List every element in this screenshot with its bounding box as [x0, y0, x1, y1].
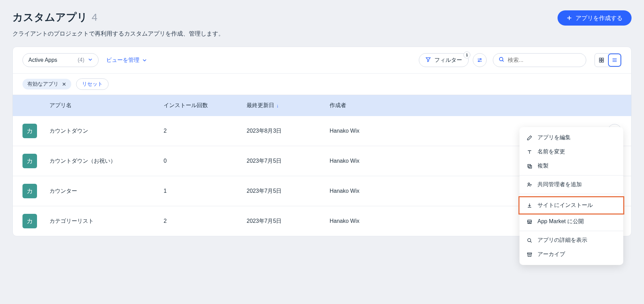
sort-desc-icon: ↓ [276, 103, 279, 108]
search-icon [499, 57, 504, 64]
page-subtitle: クライアントのプロジェクトで再利用するカスタムアプリを作成、管理します。 [12, 30, 632, 38]
menu-details[interactable]: アプリの詳細を表示 [519, 233, 623, 247]
menu-archive[interactable]: アーカイブ [519, 247, 623, 262]
archive-icon [526, 251, 533, 258]
menu-divider [519, 231, 623, 231]
page-title-count: 4 [92, 11, 98, 23]
menu-label: アーカイブ [537, 251, 565, 258]
chevron-down-icon [88, 57, 93, 63]
search-input[interactable] [508, 57, 580, 63]
cell-installs: 0 [164, 158, 247, 164]
view-dropdown[interactable]: Active Apps (4) [22, 53, 99, 67]
svg-rect-2 [602, 58, 604, 60]
menu-add-collaborator[interactable]: 共同管理者を追加 [519, 178, 623, 192]
cell-app-name: カウントダウン [49, 127, 164, 135]
cell-app-name: カテゴリーリスト [49, 218, 164, 225]
create-app-button[interactable]: アプリを作成する [558, 10, 632, 26]
cell-author: Hanako Wix [330, 188, 468, 194]
list-view-toggle[interactable] [608, 54, 621, 67]
cell-updated: 2023年7月5日 [247, 158, 330, 165]
table-header: アプリ名 インストール回数 最終更新日 ↓ 作成者 [13, 95, 631, 116]
view-dropdown-count: (4) [77, 57, 84, 63]
menu-edit-app[interactable]: アプリを編集 [519, 131, 623, 145]
manage-view-link[interactable]: ビューを管理 [106, 57, 147, 64]
download-icon [526, 202, 533, 209]
cell-installs: 2 [164, 218, 247, 224]
cell-updated: 2023年7月5日 [247, 188, 330, 195]
filter-label: フィルター [434, 57, 462, 64]
magnify-icon [526, 237, 533, 244]
menu-duplicate[interactable]: 複製 [519, 159, 623, 173]
reset-label: リセット [82, 81, 103, 87]
svg-rect-9 [529, 165, 532, 168]
app-tile: カ [22, 154, 37, 168]
chevron-down-icon [142, 58, 147, 63]
menu-divider [519, 175, 623, 175]
sliders-icon [477, 57, 482, 63]
plus-icon [567, 15, 572, 21]
filter-chip-active-apps[interactable]: 有効なアプリ ✕ [22, 79, 71, 89]
view-dropdown-label: Active Apps [28, 57, 57, 63]
menu-label: 共同管理者を追加 [537, 181, 582, 188]
filter-count-badge: 1 [463, 51, 470, 58]
column-last-updated[interactable]: 最終更新日 ↓ [247, 102, 330, 109]
app-tile: カ [22, 184, 37, 198]
menu-install-site[interactable]: サイトにインストール [518, 196, 624, 215]
grid-view-toggle[interactable] [595, 54, 608, 67]
svg-rect-1 [599, 58, 601, 60]
cell-updated: 2023年7月5日 [247, 218, 330, 225]
cell-installs: 1 [164, 188, 247, 194]
menu-label: サイトにインストール [537, 202, 593, 209]
cell-author: Hanako Wix [330, 158, 468, 164]
svg-point-11 [528, 238, 531, 241]
cell-app-name: カウンター [49, 188, 164, 195]
cell-author: Hanako Wix [330, 128, 468, 134]
menu-rename[interactable]: 名前を変更 [519, 145, 623, 159]
create-button-label: アプリを作成する [576, 14, 623, 22]
menu-publish-market[interactable]: App Market に公開 [519, 215, 623, 229]
filter-icon [425, 57, 431, 64]
app-tile: カ [22, 124, 37, 138]
cell-installs: 2 [164, 128, 247, 134]
svg-rect-8 [528, 164, 531, 167]
svg-rect-4 [602, 60, 604, 62]
menu-label: 複製 [537, 162, 549, 170]
reset-filters-button[interactable]: リセット [76, 78, 109, 90]
filter-button[interactable]: フィルター 1 [419, 53, 469, 67]
cell-author: Hanako Wix [330, 218, 468, 224]
list-icon [612, 57, 617, 63]
text-icon [526, 149, 533, 155]
settings-button[interactable] [473, 53, 487, 67]
users-icon [526, 182, 533, 188]
copy-icon [526, 163, 533, 169]
cell-updated: 2023年8月3日 [247, 127, 330, 135]
svg-rect-3 [599, 60, 601, 62]
column-app-name[interactable]: アプリ名 [49, 102, 164, 109]
svg-point-10 [528, 183, 530, 184]
row-actions-menu: アプリを編集 名前を変更 複製 共同管理者を追加 サイトにインストール App … [519, 127, 623, 265]
app-tile: カ [22, 214, 37, 228]
page-title: カスタムアプリ [12, 10, 88, 25]
menu-divider [519, 194, 623, 194]
cell-app-name: カウントダウン（お祝い） [49, 158, 164, 165]
search-input-wrap[interactable] [493, 53, 586, 67]
menu-label: アプリを編集 [537, 134, 571, 141]
column-author[interactable]: 作成者 [330, 102, 468, 109]
manage-view-label: ビューを管理 [106, 57, 139, 64]
chip-close-icon[interactable]: ✕ [62, 81, 66, 87]
menu-label: App Market に公開 [537, 218, 584, 225]
menu-label: アプリの詳細を表示 [537, 237, 587, 244]
column-installs[interactable]: インストール回数 [164, 102, 247, 109]
filter-chip-label: 有効なアプリ [27, 81, 58, 87]
grid-icon [599, 57, 604, 63]
svg-point-0 [499, 57, 503, 61]
menu-label: 名前を変更 [537, 148, 565, 155]
store-icon [526, 219, 533, 225]
pencil-icon [526, 135, 533, 141]
svg-rect-12 [527, 253, 532, 254]
